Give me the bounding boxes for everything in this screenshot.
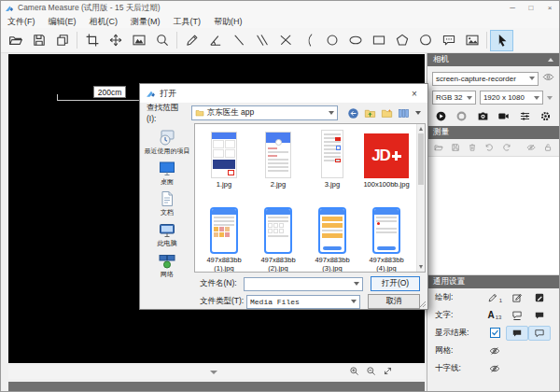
file-item[interactable]: 497x883bb (4).jpg: [359, 203, 413, 273]
results-bubble-outline-button[interactable]: [528, 326, 551, 341]
chevron-down-icon[interactable]: [547, 96, 553, 100]
zoom-out-icon[interactable]: [366, 366, 376, 376]
ellipse-tool-button[interactable]: [343, 30, 367, 51]
up-one-level-button[interactable]: [364, 107, 376, 119]
undo-button[interactable]: [484, 142, 494, 153]
menu-tools[interactable]: 工具(T): [167, 15, 208, 28]
file-list-scrollbar[interactable]: [416, 124, 425, 272]
file-item[interactable]: 497x883bb (1).jpg: [197, 203, 251, 273]
draw-style-button[interactable]: [506, 292, 528, 303]
parallel-lines-tool-button[interactable]: [250, 30, 273, 51]
grid-visibility-button[interactable]: [483, 345, 506, 357]
circle-tool-button[interactable]: [320, 30, 343, 51]
angle-tool-button[interactable]: [203, 30, 227, 51]
copy-button[interactable]: [50, 30, 74, 51]
open-confirm-button[interactable]: 打开(O): [371, 276, 420, 291]
chevron-down-icon[interactable]: [210, 371, 217, 374]
draw-pencil-button[interactable]: 1: [483, 292, 506, 303]
close-button[interactable]: ×: [540, 1, 559, 15]
menu-edit[interactable]: 编辑(E): [42, 15, 83, 28]
rectangle-tool-button[interactable]: [367, 30, 390, 51]
comment-tool-button[interactable]: [437, 30, 460, 51]
file-item[interactable]: JD 100x100bb.jpg: [359, 127, 413, 203]
adjustments-sliders-button[interactable]: [519, 110, 531, 122]
view-menu-button[interactable]: [398, 107, 410, 119]
fit-view-icon[interactable]: [383, 366, 393, 376]
measurements-list[interactable]: [427, 156, 559, 275]
pixel-format-select[interactable]: RGB 32: [432, 91, 476, 105]
menu-camera[interactable]: 相机(C): [83, 15, 125, 28]
arc-tool-button[interactable]: [297, 30, 320, 51]
collapse-icon[interactable]: [548, 58, 553, 62]
select-cursor-button[interactable]: [490, 30, 513, 51]
chevron-down-icon[interactable]: [415, 111, 421, 115]
lock-button[interactable]: [543, 142, 553, 153]
image-tool-button[interactable]: [460, 30, 483, 51]
measurement-label: 200cm: [93, 86, 126, 98]
sidebar-item-network[interactable]: 网络: [141, 251, 193, 278]
pencil-tool-button[interactable]: [180, 30, 203, 51]
show-results-checkbox[interactable]: [483, 328, 506, 338]
open-button[interactable]: [4, 30, 27, 51]
line-tool-button[interactable]: [227, 30, 250, 51]
measurement-line[interactable]: [57, 100, 141, 101]
crop-button[interactable]: [80, 30, 104, 51]
look-in-select[interactable]: 京东医生 app: [191, 105, 338, 120]
results-bubble-filled-button[interactable]: [506, 326, 528, 341]
file-item[interactable]: 497x883bb (2).jpg: [251, 203, 305, 273]
scroll-down-icon[interactable]: [419, 265, 423, 269]
record-video-button[interactable]: [497, 110, 510, 122]
resolution-select[interactable]: 1920 x 1080: [480, 91, 543, 105]
dialog-close-button[interactable]: ×: [407, 89, 422, 99]
zoom-in-icon[interactable]: [349, 366, 359, 376]
general-settings-title: 通用设置: [433, 276, 465, 287]
measure-delete-button[interactable]: [468, 142, 477, 153]
measure-save-button[interactable]: [451, 142, 460, 153]
save-button[interactable]: [27, 30, 50, 51]
minimize-button[interactable]: ─: [503, 1, 522, 15]
cancel-button[interactable]: 取消: [368, 294, 420, 309]
dialog-resize-grip[interactable]: [419, 301, 427, 308]
back-button[interactable]: [347, 107, 359, 119]
play-button[interactable]: [435, 110, 447, 122]
cross-lines-tool-button[interactable]: [273, 30, 297, 51]
zoom-button[interactable]: [150, 30, 174, 51]
text-bubble-fill-button[interactable]: [528, 310, 551, 321]
menu-measure[interactable]: 测量(M): [124, 15, 167, 28]
polygon-tool-button[interactable]: [413, 30, 437, 51]
capture-device-select[interactable]: screen-capture-recorder: [432, 72, 539, 86]
maximize-button[interactable]: □: [522, 1, 540, 15]
file-item[interactable]: 2.jpg: [251, 127, 305, 203]
file-item[interactable]: 3.jpg: [305, 127, 359, 203]
stop-record-button[interactable]: [455, 110, 468, 122]
measure-open-button[interactable]: [434, 142, 443, 153]
menu-help[interactable]: 帮助(H): [207, 15, 249, 28]
sidebar-item-this-pc[interactable]: 此电脑: [141, 220, 193, 247]
move-button[interactable]: [104, 30, 127, 51]
measure-section-title: 测量: [433, 127, 449, 138]
file-name-combobox[interactable]: [244, 277, 363, 291]
file-name-input[interactable]: [245, 278, 354, 289]
draw-fill-button[interactable]: [528, 292, 551, 303]
sidebar-item-desktop[interactable]: 桌面: [141, 159, 193, 186]
redo-button[interactable]: [502, 142, 511, 153]
file-item[interactable]: 1.jpg: [197, 127, 251, 203]
crosshair-visibility-button[interactable]: [483, 363, 506, 374]
text-bubble-underline-button[interactable]: [506, 310, 528, 321]
menu-file[interactable]: 文件(F): [1, 15, 42, 28]
sidebar-item-documents[interactable]: 文档: [141, 189, 193, 217]
snapshot-camera-button[interactable]: [477, 110, 489, 122]
histogram-button[interactable]: [127, 30, 150, 51]
pentagon-tool-button[interactable]: [390, 30, 413, 51]
file-type-select[interactable]: Media Files: [246, 295, 360, 309]
file-item[interactable]: 497x883bb (3).jpg: [305, 203, 359, 273]
toolbar-separator: [486, 32, 487, 49]
sidebar-item-recent[interactable]: 最近使用的项目: [141, 128, 193, 155]
font-button[interactable]: A13: [483, 310, 506, 320]
new-folder-button[interactable]: [381, 107, 393, 119]
visibility-eye-button[interactable]: [526, 142, 536, 153]
preview-eye-button[interactable]: [542, 70, 554, 87]
settings-gear-button[interactable]: [539, 110, 552, 122]
scroll-up-icon[interactable]: [419, 127, 423, 131]
scrollbar-thumb[interactable]: [418, 133, 424, 185]
